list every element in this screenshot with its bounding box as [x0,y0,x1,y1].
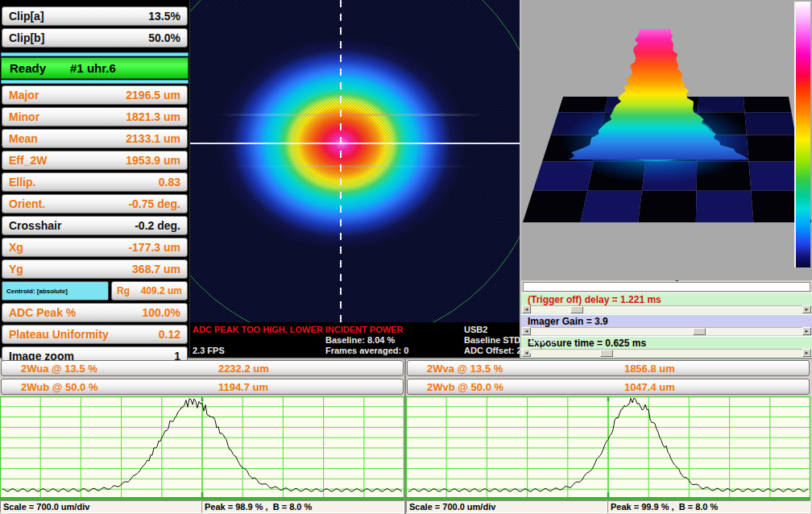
baseline-std-label: Baseline STD: 1.98 % [464,335,556,345]
camera-status-strip: ADC PEAK TOO HIGH. LOWER INCIDENT POWER … [190,322,520,358]
beam-2d-view[interactable] [190,0,520,322]
v-profile-scalebar: Scale = 700.0 um/div Peak = 99.9 % , B =… [406,499,810,513]
status-strip-top [1,52,188,56]
slider-left-arrow-icon[interactable]: ◄ [522,327,531,335]
clip-b-button[interactable]: Clip[b] 50.0% [2,28,188,48]
result-row-crosshair[interactable]: Crosshair -0.2 deg. [2,216,188,235]
adc-warning-text: ADC PEAK TOO HIGH. LOWER INCIDENT POWER [193,325,403,334]
right-panel: Relative Power: 0.00 Full Range = 2 (Tri… [520,0,812,358]
clip-b-value: 50.0% [148,31,180,44]
slider-left-arrow-icon[interactable]: ◄ [522,305,531,313]
u-scale-label: Scale = 700.0 um/div [0,500,201,513]
imager-gain-panel: Imager Gain = 3.9 ◄ ► [521,314,812,336]
status-strip-bottom [1,80,188,84]
beam-3d-view[interactable] [521,0,812,271]
top-area: Clip[a] 13.5% Clip[b] 50.0% Ready #1 uhr… [0,0,812,358]
beam-3d-surface [521,0,812,280]
camera-streak-2 [230,165,472,168]
exposure-time-slider[interactable]: ◄ ► [522,349,811,357]
exposure-time-panel: Exposure time = 0.625 ms ◄ ► [521,336,812,358]
u-profile-panel: 2Wua @ 13.5 % 2232.2 um 2Wub @ 50.0 % 11… [0,359,404,514]
beam-profiler-window: Clip[a] 13.5% Clip[b] 50.0% Ready #1 uhr… [0,0,812,514]
centroid-row: Centroid: [absolute] Rg 409.2 um [2,281,188,301]
ready-state: Ready [10,61,46,75]
ready-info: #1 uhr.6 [70,61,116,75]
v-width-13-row[interactable]: 2Wva @ 13.5 % 1856.8 um [407,360,810,376]
result-row-adc-peak[interactable]: ADC Peak % 100.0% [2,303,188,322]
camera-streak [218,114,484,116]
v-profile-panel: 2Wva @ 13.5 % 1856.8 um 2Wvb @ 50.0 % 10… [406,359,810,514]
rg-label: Rg [117,285,130,296]
trigger-delay-label: (Trigger off) delay = 1.221 ms [521,293,812,305]
clip-a-label: Clip[a] [9,10,44,23]
trigger-delay-slider[interactable]: ◄ ► [522,305,811,313]
exposure-time-label: Exposure time = 0.625 ms [521,337,812,349]
result-row-yg[interactable]: Yg 368.7 um [2,259,188,279]
clip-a-value: 13.5% [148,10,180,23]
relative-power-bar [523,282,810,292]
slider-right-arrow-icon[interactable]: ► [802,349,811,357]
intensity-colorbar [794,2,810,267]
centroid-mode-button[interactable]: Centroid: [absolute] [2,281,109,301]
baseline-label: Baseline: 8.04 % [325,335,395,345]
fps-label: 2.3 FPS [193,346,225,355]
u-width-50-row[interactable]: 2Wub @ 50.0 % 1194.7 um [1,379,404,395]
result-row-xg[interactable]: Xg -177.3 um [2,238,188,257]
ready-status-bar[interactable]: Ready #1 uhr.6 [1,57,188,79]
result-row-minor[interactable]: Minor 1821.3 um [2,107,188,126]
v-peak-label: Peak = 99.9 % , B = 8.0 % [607,500,810,513]
interface-label: USB2 [464,325,487,334]
u-peak-label: Peak = 98.9 % , B = 8.0 % [201,500,404,513]
clip-b-label: Clip[b] [9,31,44,44]
slider-right-arrow-icon[interactable]: ► [802,327,811,335]
result-row-orient[interactable]: Orient. -0.75 deg. [2,194,188,213]
crosshair-vertical[interactable] [340,0,342,322]
result-row-plateau[interactable]: Plateau Uniformity 0.12 [2,325,188,344]
imager-gain-slider[interactable]: ◄ ► [522,327,811,335]
u-profile-scalebar: Scale = 700.0 um/div Peak = 98.9 % , B =… [0,499,404,513]
beam-2d-panel: ADC PEAK TOO HIGH. LOWER INCIDENT POWER … [189,0,520,358]
v-width-50-row[interactable]: 2Wvb @ 50.0 % 1047.4 um [407,379,810,395]
rg-value: 409.2 um [141,285,182,296]
crosshair-horizontal[interactable] [190,143,520,144]
result-row-major[interactable]: Major 2196.5 um [2,85,188,105]
result-row-eff2w[interactable]: Eff_2W 1953.9 um [2,151,188,170]
frames-averaged-label: Frames averaged: 0 [325,346,408,355]
u-width-13-row[interactable]: 2Wua @ 13.5 % 2232.2 um [1,360,404,376]
imager-gain-slider-thumb[interactable] [693,328,706,335]
result-row-mean[interactable]: Mean 2133.1 um [2,129,188,148]
cross-section-area: 2Wua @ 13.5 % 2232.2 um 2Wub @ 50.0 % 11… [0,358,812,514]
result-row-ellip[interactable]: Ellip. 0.83 [2,172,188,192]
exposure-time-slider-thumb[interactable] [600,350,613,357]
trigger-delay-slider-thumb[interactable] [570,306,583,313]
clip-a-button[interactable]: Clip[a] 13.5% [2,6,188,26]
rg-result[interactable]: Rg 409.2 um [111,281,188,301]
slider-right-arrow-icon[interactable]: ► [802,305,811,313]
imager-gain-label: Imager Gain = 3.9 [521,315,812,327]
v-scale-label: Scale = 700.0 um/div [406,500,607,513]
results-sidebar: Clip[a] 13.5% Clip[b] 50.0% Ready #1 uhr… [0,0,189,358]
u-profile-plot[interactable] [0,396,404,499]
trigger-delay-panel: (Trigger off) delay = 1.221 ms ◄ ► [521,292,812,314]
v-profile-plot[interactable] [406,396,810,499]
